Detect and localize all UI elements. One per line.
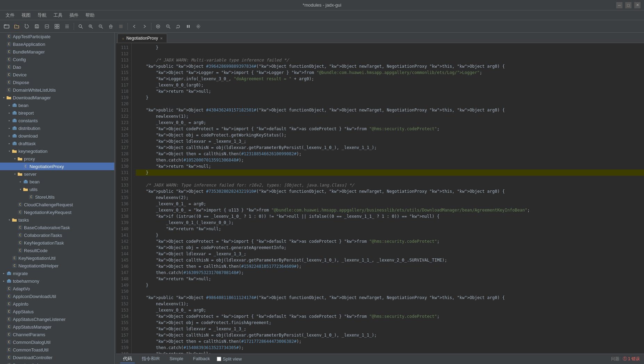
tree-item-AppIconDownloadUtil[interactable]: CAppIconDownloadUtil (0, 292, 114, 300)
menu-file[interactable]: 文件 (3, 11, 17, 20)
refresh-btn[interactable] (174, 22, 183, 31)
tree-item-CommonToastUtil[interactable]: CCommonToastUtil (0, 346, 114, 354)
search-text-btn[interactable] (76, 22, 85, 31)
tree-item-DownloadInfo[interactable]: CDownloadInfo (0, 361, 114, 364)
tree-item-server-bean[interactable]: ▸bean (0, 178, 114, 185)
maximize-button[interactable]: □ (625, 2, 631, 8)
separator-3 (151, 23, 151, 30)
tree-item-AdaptVo[interactable]: CAdaptVo (0, 285, 114, 292)
tree-item-AppStatusManager[interactable]: CAppStatusManager (0, 323, 114, 331)
code-editor[interactable]: 1111121131141151161171181191201211221231… (116, 43, 644, 354)
zoom-out-btn[interactable] (96, 22, 105, 31)
tree-item-DownloadManager[interactable]: ▾DownloadManager (0, 94, 114, 101)
tab-fallback[interactable]: Fallback (190, 355, 213, 363)
code-line-130: "kw">return "kw">null; (136, 163, 644, 169)
tree-arrow (1, 286, 6, 291)
tree-item-NegotiationBiHelper[interactable]: CNegotiationBiHelper (0, 262, 114, 270)
tree-item-Device[interactable]: CDevice (0, 71, 114, 78)
tree-item-AppStatus[interactable]: CAppStatus (0, 308, 114, 315)
tree-item-drafttask[interactable]: ▸drafttask (0, 140, 114, 147)
expand-tree-btn[interactable] (63, 22, 72, 31)
tree-item-download[interactable]: ▸download (0, 132, 114, 140)
tree-item-bireport[interactable]: ▸bireport (0, 109, 114, 117)
tree-item-AppStatusChangeListener[interactable]: CAppStatusChangeListener (0, 315, 114, 323)
tree-item-KeyNegotiationTask[interactable]: CKeyNegotiationTask (0, 239, 114, 247)
tree-icon: C (6, 316, 12, 322)
menu-plugins[interactable]: 插件 (67, 11, 81, 20)
menu-navigate[interactable]: 导航 (35, 11, 49, 20)
svg-rect-59 (14, 134, 16, 135)
find-usage-btn[interactable] (164, 22, 173, 31)
tree-item-BaseCollaborativeTask[interactable]: CBaseCollaborativeTask (0, 224, 114, 231)
home-btn[interactable] (106, 22, 115, 31)
tree-item-StoreUtils[interactable]: CStoreUtils (0, 193, 114, 201)
error-count: ① 1 错误 (623, 356, 640, 362)
close-file-btn[interactable] (42, 22, 51, 31)
tab-label: NegotiationProxy (126, 36, 158, 41)
tree-item-CollaborationTasks[interactable]: CCollaborationTasks (0, 231, 114, 239)
expand-all-btn[interactable] (52, 22, 61, 31)
svg-rect-51 (14, 104, 16, 105)
open-folder-btn[interactable] (12, 22, 21, 31)
tree-item-DomainWhiteListUtils[interactable]: CDomainWhiteListUtils (0, 86, 114, 94)
tab-code[interactable]: 代码 (120, 355, 135, 363)
tree-item-KeyNegotiationUtil[interactable]: CKeyNegotiationUtil (0, 254, 114, 262)
save-all-btn[interactable] (32, 22, 41, 31)
stop-btn[interactable] (116, 22, 125, 31)
tree-item-AppTestParticipate[interactable]: CAppTestParticipate (0, 33, 114, 40)
tree-item-migrate[interactable]: ▸migrate (0, 270, 114, 277)
tree-item-server[interactable]: ▾server (0, 170, 114, 178)
tree-item-Config[interactable]: CConfig (0, 56, 114, 63)
tree-arrow: ▸ (7, 118, 12, 123)
tree-label: AppTestParticipate (13, 34, 50, 39)
tree-item-bean[interactable]: ▸bean (0, 101, 114, 109)
forward-btn[interactable] (140, 22, 149, 31)
back-btn[interactable] (130, 22, 139, 31)
tree-item-tasks[interactable]: ▾tasks (0, 216, 114, 224)
tree-icon: C (17, 240, 23, 246)
pause-btn[interactable] (184, 22, 193, 31)
tree-arrow: ▾ (13, 156, 17, 161)
split-view-check[interactable]: Split view (217, 356, 242, 362)
decompile-btn[interactable] (154, 22, 163, 31)
tree-item-Dispose[interactable]: CDispose (0, 78, 114, 86)
tree-icon: C (17, 225, 23, 230)
tree-item-keynegotiation[interactable]: ▾keynegotiation (0, 147, 114, 155)
tree-item-utils[interactable]: ▾utils (0, 185, 114, 193)
tree-label: keynegotiation (18, 149, 48, 154)
menu-view[interactable]: 视图 (19, 11, 33, 20)
tab-simple[interactable]: Simple (167, 355, 186, 363)
tree-item-distribution[interactable]: ▸distribution (0, 124, 114, 132)
menu-help[interactable]: 帮助 (83, 11, 97, 20)
tree-icon: C (17, 232, 23, 238)
svg-text:C: C (8, 287, 10, 290)
tree-icon: C (6, 301, 12, 307)
tab-negotiation-proxy[interactable]: ☆ NegotiationProxy ✕ (117, 34, 167, 43)
tree-item-tobeharmony[interactable]: ▸tobeharmony (0, 277, 114, 285)
tree-item-CloudChallengeRequest[interactable]: CCloudChallengeRequest (0, 201, 114, 208)
tree-item-constants[interactable]: ▸constants (0, 117, 114, 124)
tree-item-CommonDialogUtil[interactable]: CCommonDialogUtil (0, 338, 114, 346)
tree-item-ChannelParams[interactable]: CChannelParams (0, 331, 114, 338)
tab-close-btn[interactable]: ✕ (160, 36, 163, 41)
tree-item-AppInfo[interactable]: CAppInfo (0, 300, 114, 308)
settings-btn[interactable] (194, 22, 203, 31)
zoom-in-btn[interactable] (86, 22, 95, 31)
tree-item-NegotiationKeyRequest[interactable]: CNegotiationKeyRequest (0, 208, 114, 216)
tree-item-Dao[interactable]: CDao (0, 63, 114, 71)
reload-btn[interactable] (22, 22, 31, 31)
tree-item-BaseApplication[interactable]: CBaseApplication (0, 40, 114, 48)
tree-item-DownloadController[interactable]: CDownloadController (0, 354, 114, 361)
code-line-132 (136, 176, 644, 182)
menu-tools[interactable]: 工具 (51, 11, 65, 20)
close-button[interactable]: ✕ (634, 2, 641, 8)
tree-item-ResultCode[interactable]: CResultCode (0, 247, 114, 254)
tree-item-proxy[interactable]: ▾proxy (0, 155, 114, 163)
minimize-button[interactable]: ─ (616, 2, 622, 8)
tab-ir[interactable]: 指令和IR (139, 355, 163, 363)
tree-item-NegotiationProxy[interactable]: CNegotiationProxy (0, 163, 114, 170)
code-line-124: "kw">Object codeProtect = "kw">import { … (136, 126, 644, 132)
split-view-checkbox[interactable] (217, 357, 221, 361)
tree-item-BundleManager[interactable]: CBundleManager (0, 48, 114, 56)
open-file-btn[interactable] (2, 22, 11, 31)
